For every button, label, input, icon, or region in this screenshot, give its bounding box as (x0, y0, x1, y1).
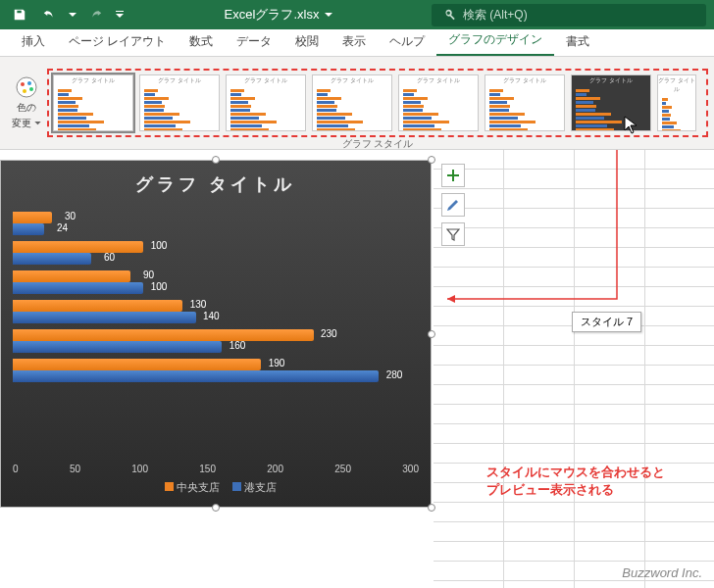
undo-button[interactable] (37, 3, 61, 26)
legend-swatch-minato (232, 482, 241, 491)
tab-formulas[interactable]: 数式 (178, 27, 225, 56)
chevron-down-icon (325, 11, 332, 19)
tab-review[interactable]: 校閲 (283, 27, 331, 56)
title-bar: Excelグラフ.xlsx 検索 (Alt+Q) (0, 0, 714, 29)
ribbon-content: 色の 変更 グラフ タイトルグラフ タイトルグラフ タイトルグラフ タイトルグラ… (0, 57, 714, 150)
customize-qat-dropdown[interactable] (114, 3, 126, 26)
save-button[interactable] (8, 3, 31, 26)
mouse-cursor (624, 116, 639, 135)
chart-style-thumb-2[interactable]: グラフ タイトル (139, 74, 220, 131)
tab-help[interactable]: ヘルプ (378, 27, 436, 56)
bar-港支店-5[interactable]: 280 (13, 370, 379, 382)
tab-page-layout[interactable]: ページ レイアウト (57, 27, 178, 56)
svg-point-2 (27, 81, 31, 85)
chart-style-thumb-4[interactable]: グラフ タイトル (312, 74, 392, 131)
svg-point-0 (17, 77, 36, 97)
document-title: Excelグラフ.xlsx (133, 6, 424, 24)
redo-button[interactable] (84, 3, 108, 26)
embedded-chart[interactable]: グラフ タイトル 3024100609010013014023016019028… (0, 160, 432, 508)
chart-body: グラフ タイトル 3024100609010013014023016019028… (1, 161, 431, 507)
chart-title[interactable]: グラフ タイトル (13, 172, 419, 196)
search-box[interactable]: 検索 (Alt+Q) (432, 4, 706, 26)
search-icon (443, 8, 457, 22)
tab-insert[interactable]: 挿入 (10, 27, 57, 56)
svg-point-1 (21, 82, 25, 86)
quick-access-toolbar (0, 3, 133, 26)
chart-style-thumb-3[interactable]: グラフ タイトル (226, 74, 306, 131)
undo-dropdown[interactable] (67, 3, 78, 26)
legend-swatch-chuo (165, 482, 174, 491)
tab-data[interactable]: データ (225, 27, 283, 56)
change-colors-button[interactable]: 色の 変更 (6, 72, 47, 134)
chart-styles-gallery: グラフ タイトルグラフ タイトルグラフ タイトルグラフ タイトルグラフ タイトル… (47, 69, 708, 137)
chart-legend[interactable]: 中央支店 港支店 (13, 474, 419, 495)
chart-plot-area[interactable]: 30241006090100130140230160190280 (13, 206, 419, 460)
bar-中央支店-3[interactable]: 130 (13, 300, 182, 312)
tab-view[interactable]: 表示 (331, 27, 378, 56)
style-tooltip: スタイル 7 (572, 312, 641, 332)
bar-港支店-2[interactable]: 100 (13, 282, 143, 294)
chart-filters-button[interactable] (441, 222, 465, 246)
bar-港支店-3[interactable]: 140 (13, 312, 196, 323)
bar-港支店-0[interactable]: 24 (13, 223, 44, 235)
tab-format[interactable]: 書式 (554, 27, 601, 56)
annotation-text: スタイルにマウスを合わせると プレビュー表示される (486, 464, 665, 499)
bar-港支店-4[interactable]: 160 (13, 341, 222, 353)
bar-港支店-1[interactable]: 60 (13, 253, 91, 265)
bar-中央支店-1[interactable]: 100 (13, 241, 143, 253)
svg-point-4 (23, 89, 26, 93)
search-placeholder: 検索 (Alt+Q) (463, 7, 528, 24)
chart-style-thumb-1[interactable]: グラフ タイトル (53, 74, 133, 131)
chart-x-axis: 050100150200250300 (13, 460, 419, 474)
chart-style-thumb-5[interactable]: グラフ タイトル (398, 74, 479, 131)
worksheet-area[interactable]: グラフ タイトル 3024100609010013014023016019028… (0, 150, 714, 588)
chart-style-thumb-6[interactable]: グラフ タイトル (484, 74, 565, 131)
chart-side-buttons (441, 164, 465, 246)
svg-point-3 (29, 87, 33, 91)
chart-style-thumb-8[interactable]: グラフ タイトル (657, 74, 696, 131)
watermark: Buzzword Inc. (622, 565, 702, 580)
bar-中央支店-2[interactable]: 90 (13, 270, 130, 282)
palette-icon (15, 75, 38, 99)
chart-styles-button[interactable] (441, 193, 465, 217)
ribbon-tabs: 挿入 ページ レイアウト 数式 データ 校閲 表示 ヘルプ グラフのデザイン 書… (0, 29, 714, 57)
bar-中央支店-0[interactable]: 30 (13, 212, 52, 223)
bar-中央支店-5[interactable]: 190 (13, 359, 261, 370)
chart-styles-label: グラフ スタイル (342, 137, 414, 151)
bar-中央支店-4[interactable]: 230 (13, 329, 314, 341)
chart-elements-button[interactable] (441, 164, 465, 187)
filename: Excelグラフ.xlsx (225, 6, 320, 24)
tab-chart-design[interactable]: グラフのデザイン (436, 25, 554, 56)
